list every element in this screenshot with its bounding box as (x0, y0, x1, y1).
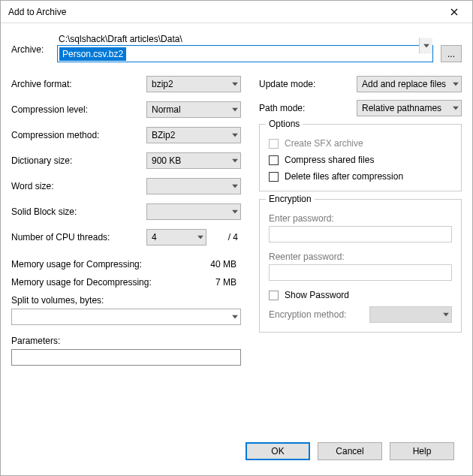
level-label: Compression level: (11, 104, 146, 115)
threads-label: Number of CPU threads: (11, 232, 146, 243)
dialog-footer: OK Cancel Help (11, 435, 462, 468)
update-select[interactable]: Add and replace files (357, 76, 462, 92)
chevron-down-icon (453, 107, 459, 110)
titlebar: Add to Archive (1, 1, 472, 23)
right-column: Update mode: Add and replace files Path … (259, 76, 462, 376)
word-select[interactable] (146, 178, 241, 194)
update-label: Update mode: (259, 79, 357, 89)
split-label: Split to volumes, bytes: (11, 295, 241, 306)
mem-decomp-value: 7 MB (215, 277, 236, 288)
close-icon (450, 8, 458, 16)
dict-select[interactable]: 900 KB (146, 152, 241, 169)
threads-total: / 4 (211, 232, 241, 243)
chevron-down-icon (443, 313, 449, 317)
enter-password-label: Enter password: (269, 213, 452, 224)
chevron-down-icon (232, 83, 238, 86)
checkbox-icon (269, 172, 279, 182)
enter-password-input[interactable] (269, 226, 452, 243)
reenter-password-label: Reenter password: (269, 252, 452, 262)
mem-decomp-label: Memory usage for Decompressing: (11, 277, 152, 288)
enc-method-select (369, 306, 452, 323)
enc-method-label: Encryption method: (269, 309, 346, 320)
word-label: Word size: (11, 181, 146, 191)
help-button[interactable]: Help (390, 442, 454, 460)
level-select[interactable]: Normal (146, 101, 241, 118)
dict-label: Dictionary size: (11, 155, 146, 166)
show-password-check[interactable]: Show Password (269, 290, 452, 300)
encryption-group: Encryption Enter password: Reenter passw… (259, 199, 462, 333)
block-label: Solid Block size: (11, 206, 146, 217)
chevron-down-icon (232, 315, 238, 319)
method-select[interactable]: BZip2 (146, 127, 241, 143)
format-select[interactable]: bzip2 (146, 76, 241, 92)
threads-select[interactable]: 4 (146, 229, 206, 246)
chevron-down-icon (232, 134, 238, 137)
cancel-button[interactable]: Cancel (318, 442, 382, 460)
chevron-down-icon (232, 159, 238, 163)
sfx-check: Create SFX archive (269, 138, 452, 149)
close-button[interactable] (439, 2, 469, 22)
pathmode-select[interactable]: Relative pathnames (357, 100, 462, 116)
window-title: Add to Archive (8, 7, 66, 17)
checkbox-icon (269, 291, 279, 300)
block-select (146, 203, 241, 220)
chevron-down-icon (453, 83, 459, 86)
chevron-down-icon (419, 38, 432, 54)
chevron-down-icon (197, 236, 203, 240)
reenter-password-input[interactable] (269, 264, 452, 281)
checkbox-icon (269, 139, 279, 149)
left-column: Archive format: bzip2 Compression level:… (11, 76, 241, 376)
pathmode-label: Path mode: (259, 103, 357, 113)
chevron-down-icon (232, 108, 238, 112)
format-label: Archive format: (11, 79, 146, 89)
shared-check[interactable]: Compress shared files (269, 155, 452, 165)
mem-comp-label: Memory usage for Compressing: (11, 259, 142, 270)
ok-button[interactable]: OK (246, 442, 310, 460)
browse-button[interactable]: ... (441, 45, 462, 62)
archive-name-value: Person.csv.bz2 (59, 47, 126, 61)
mem-comp-value: 40 MB (210, 259, 236, 270)
chevron-down-icon (232, 210, 238, 214)
archive-label: Archive: (11, 34, 53, 55)
params-input[interactable] (11, 349, 241, 366)
chevron-down-icon (232, 185, 238, 188)
options-group: Options Create SFX archive Compress shar… (259, 124, 462, 191)
add-to-archive-dialog: Add to Archive Archive: C:\sqlshack\Draf… (0, 0, 473, 476)
archive-path: C:\sqlshack\Draft articles\Data\ (57, 34, 462, 44)
delete-check[interactable]: Delete files after compression (269, 171, 452, 182)
params-label: Parameters: (11, 336, 241, 346)
checkbox-icon (269, 155, 279, 165)
split-combo[interactable] (11, 309, 241, 325)
options-legend: Options (266, 119, 303, 129)
method-label: Compression method: (11, 130, 146, 140)
encryption-legend: Encryption (266, 194, 315, 204)
archive-name-combo[interactable]: Person.csv.bz2 (57, 45, 433, 62)
